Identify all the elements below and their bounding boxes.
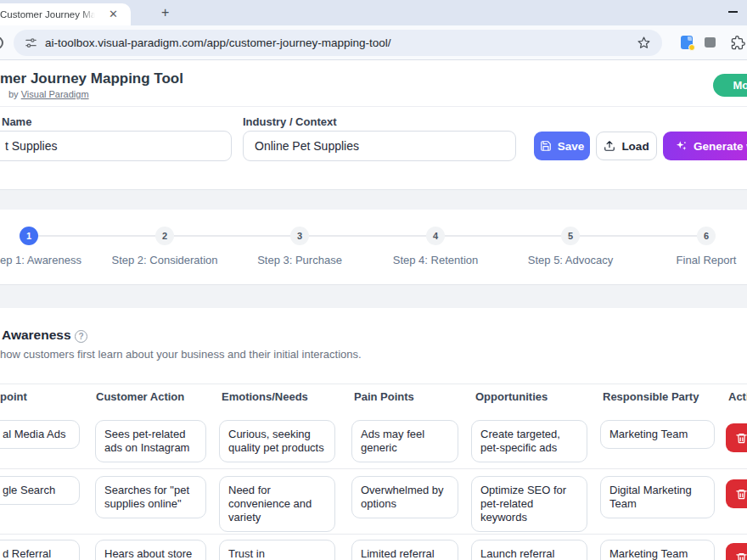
opportunities-cell[interactable]: Launch referral [471, 540, 587, 560]
step-dot-3[interactable]: 3 [290, 227, 309, 245]
col-header-customer-action: Customer Action [96, 390, 184, 403]
step-label-2[interactable]: Step 2: Consideration [111, 254, 217, 266]
industry-input[interactable]: Online Pet Supplies [243, 131, 516, 161]
fold-decoration [688, 36, 692, 41]
emotions-cell[interactable]: Trust in [219, 540, 335, 560]
load-button[interactable]: Load [596, 132, 657, 160]
address-bar[interactable]: ai-toolbox.visual-paradigm.com/app/custo… [14, 30, 662, 56]
trash-icon [735, 552, 747, 560]
row-separator [0, 534, 747, 535]
bookmark-star-icon[interactable] [637, 36, 651, 53]
responsible-party-cell[interactable]: Marketing Team [600, 420, 715, 449]
browser-tab[interactable]: Customer Journey Mappin ✕ [0, 3, 131, 25]
byline-prefix: by [8, 89, 21, 99]
table-top-border [0, 384, 747, 384]
row-separator [0, 468, 747, 469]
customer-action-cell[interactable]: Hears about store [95, 540, 206, 560]
page-title: mer Journey Mapping Tool [0, 70, 183, 87]
touchpoint-cell[interactable]: d Referral [0, 540, 80, 560]
help-icon[interactable]: ? [75, 330, 87, 343]
step-dot-5[interactable]: 5 [561, 227, 580, 245]
customer-action-cell[interactable]: Searches for "pet supplies online" [95, 476, 206, 518]
sparkles-icon [675, 140, 688, 153]
byline: by Visual Paradigm [8, 89, 89, 99]
section-heading: Awareness [2, 328, 71, 343]
col-header-emotions: Emotions/Needs [222, 390, 308, 403]
generate-button[interactable]: Generate w [663, 132, 747, 160]
header-divider [0, 106, 747, 107]
pain-points-cell[interactable]: Overwhelmed by options [351, 476, 458, 518]
step-dot-2[interactable]: 2 [155, 227, 174, 245]
delete-row-button[interactable] [726, 479, 747, 508]
save-button[interactable]: Save [534, 132, 590, 160]
emotions-cell[interactable]: Curious, seeking quality pet products [219, 420, 335, 462]
trash-icon [735, 488, 747, 501]
browser-toolbar: ai-toolbox.visual-paradigm.com/app/custo… [0, 25, 747, 60]
section-description: how customers first learn about your bus… [0, 348, 362, 361]
visual-paradigm-link[interactable]: Visual Paradigm [21, 89, 89, 99]
col-header-actions: Acti [728, 390, 747, 403]
responsible-party-cell[interactable]: Digital Marketing Team [600, 476, 715, 518]
step-label-6[interactable]: Final Report [677, 254, 737, 266]
industry-label: Industry / Context [243, 115, 337, 128]
upload-icon [604, 140, 615, 152]
name-input[interactable]: t Supplies [0, 131, 232, 161]
step-label-3[interactable]: Step 3: Purchase [257, 254, 342, 266]
name-label: Name [2, 115, 31, 128]
col-header-responsible-party: Responsible Party [603, 390, 699, 403]
pain-points-cell[interactable]: Ads may feel generic [351, 420, 458, 462]
section-gap [0, 189, 747, 210]
pain-points-cell[interactable]: Limited referral [351, 540, 458, 560]
extension-docs-icon[interactable] [681, 36, 693, 49]
tab-close-icon[interactable]: ✕ [109, 8, 118, 20]
step-label-1[interactable]: ep 1: Awareness [0, 254, 81, 266]
browser-window: Customer Journey Mappin ✕ + ai-toolbox.v… [0, 0, 747, 560]
site-settings-icon[interactable] [25, 36, 37, 53]
step-label-4[interactable]: Step 4: Retention [393, 254, 478, 266]
col-header-opportunities: Opportunities [475, 390, 548, 403]
delete-row-button[interactable] [726, 543, 747, 560]
save-label: Save [558, 140, 585, 153]
col-header-pain-points: Pain Points [354, 390, 414, 403]
new-tab-icon[interactable]: + [161, 5, 169, 20]
touchpoint-cell[interactable]: al Media Ads [0, 420, 80, 449]
step-label-5[interactable]: Step 5: Advocacy [528, 254, 613, 266]
section-gap [0, 284, 747, 308]
step-dot-1[interactable]: 1 [20, 227, 38, 245]
opportunities-cell[interactable]: Optimize SEO for pet-related keywords [471, 476, 587, 532]
window-minimize-icon[interactable] [728, 11, 738, 13]
step-dot-6[interactable]: 6 [697, 227, 716, 245]
col-header-touchpoint: point [0, 390, 27, 403]
opportunities-cell[interactable]: Create targeted, pet-specific ads [471, 420, 587, 462]
more-button[interactable]: More [713, 74, 747, 97]
step-dot-4[interactable]: 4 [426, 227, 445, 245]
badge-dot [688, 44, 695, 51]
generate-label: Generate w [694, 140, 747, 153]
emotions-cell[interactable]: Need for convenience and variety [219, 476, 335, 532]
load-label: Load [621, 140, 649, 153]
stepper-line [29, 235, 706, 237]
customer-action-cell[interactable]: Sees pet-related ads on Instagram [95, 420, 206, 462]
save-icon [540, 140, 552, 152]
trash-icon [735, 432, 747, 445]
reload-icon[interactable] [0, 36, 3, 49]
delete-row-button[interactable] [726, 423, 747, 452]
tab-title: Customer Journey Mappin [0, 9, 95, 20]
responsible-party-cell[interactable]: Marketing Team [600, 540, 715, 560]
extensions-puzzle-icon[interactable] [731, 36, 745, 53]
touchpoint-cell[interactable]: gle Search [0, 476, 80, 505]
extension-gray-icon[interactable] [705, 37, 716, 48]
tab-strip: Customer Journey Mappin ✕ + [0, 0, 747, 25]
url-text: ai-toolbox.visual-paradigm.com/app/custo… [45, 36, 390, 49]
